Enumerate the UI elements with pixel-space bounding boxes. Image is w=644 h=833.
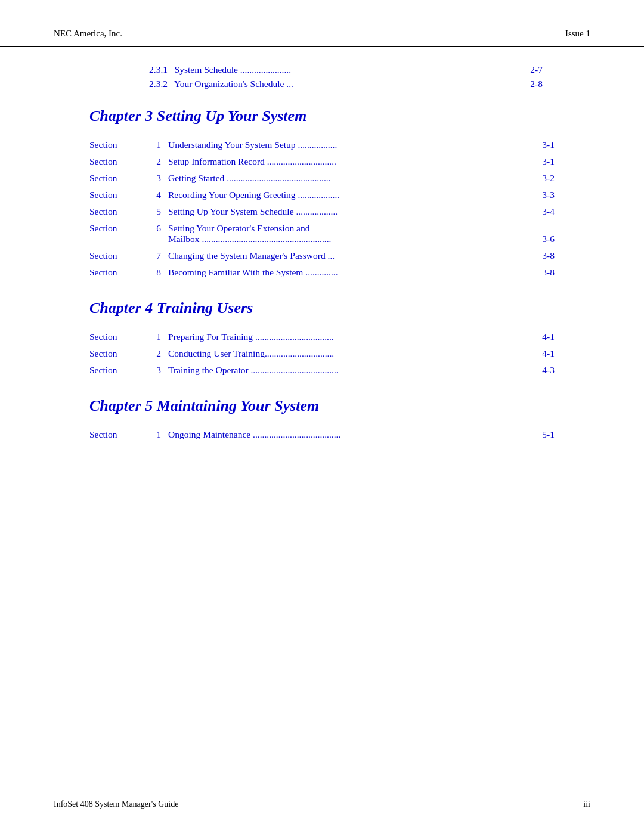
- chapter-3-section-6: Section 6 Setting Your Operator's Extens…: [54, 223, 590, 244]
- section-title-dots: Recording Your Opening Greeting ........…: [168, 190, 555, 200]
- section-label: Section: [89, 156, 143, 167]
- section-row-2: Mailbox ................................…: [168, 234, 555, 244]
- section-label: Section: [89, 348, 143, 359]
- section-page: 3-8: [542, 250, 555, 261]
- section-label: Section: [89, 332, 143, 342]
- section-title-dots: Getting Started ........................…: [168, 173, 555, 184]
- section-label: Section: [89, 173, 143, 184]
- section-num: 1: [143, 429, 161, 440]
- section-num: 3: [143, 173, 161, 184]
- section-title-text: Changing the System Manager's Password .…: [168, 250, 335, 261]
- section-multiline: Setting Your Operator's Extension and Ma…: [168, 223, 555, 244]
- section-label: Section: [89, 267, 143, 278]
- section-num: 5: [143, 206, 161, 217]
- chapter-3-section-1: Section 1 Understanding Your System Setu…: [54, 140, 590, 150]
- section-page: 3-1: [542, 156, 555, 167]
- chapter-5-section-1: Section 1 Ongoing Maintenance ..........…: [54, 429, 590, 440]
- section-num: 7: [143, 250, 161, 261]
- chapter-4-title-text: Chapter 4 Training Users: [89, 299, 253, 317]
- footer-doc-title: InfoSet 408 System Manager's Guide: [54, 800, 178, 809]
- section-page: 3-1: [542, 140, 555, 150]
- chapter-3-block: Chapter 3 Setting Up Your System Section…: [54, 107, 590, 278]
- section-label: Section: [89, 140, 143, 150]
- chapter-4-section-3: Section 3 Training the Operator ........…: [54, 365, 590, 376]
- section-label: Section: [89, 365, 143, 376]
- section-title-dots: Changing the System Manager's Password .…: [168, 250, 555, 261]
- section-page: 4-1: [542, 348, 555, 359]
- section-title-text: Becoming Familiar With the System ......…: [168, 267, 340, 278]
- main-content: 2.3.1 System Schedule ..................…: [0, 47, 644, 792]
- chapter-5-title: Chapter 5 Maintaining Your System: [54, 397, 590, 415]
- section-page: 3-4: [542, 206, 555, 217]
- section-page: 5-1: [542, 429, 555, 440]
- section-num: 6: [143, 223, 161, 244]
- chapter-5-block: Chapter 5 Maintaining Your System Sectio…: [54, 397, 590, 440]
- section-page: 4-1: [542, 332, 555, 342]
- section-title-text: Training the Operator ..................…: [168, 365, 339, 376]
- sub-entry-232: 2.3.2 Your Organization's Schedule ... 2…: [54, 79, 590, 89]
- section-num: 1: [143, 140, 161, 150]
- section-label: Section: [89, 250, 143, 261]
- section-row-1: Setting Your Operator's Extension and: [168, 223, 555, 234]
- header-company: NEC America, Inc.: [54, 29, 122, 39]
- section-num: 8: [143, 267, 161, 278]
- chapter-3-section-3: Section 3 Getting Started ..............…: [54, 173, 590, 184]
- sub-entry-231-label: 2.3.1 System Schedule ..................…: [149, 64, 293, 75]
- section-title-text: Setup Information Record ...............…: [168, 156, 336, 167]
- section-title-text: Understanding Your System Setup ........…: [168, 140, 337, 150]
- chapter-5-title-text: Chapter 5 Maintaining Your System: [89, 397, 319, 414]
- chapter-3-section-5: Section 5 Setting Up Your System Schedul…: [54, 206, 590, 217]
- section-title-text: Mailbox ................................…: [168, 234, 331, 244]
- section-num: 3: [143, 365, 161, 376]
- section-title-dots: Understanding Your System Setup ........…: [168, 140, 555, 150]
- section-title-text: Setting Up Your System Schedule ........…: [168, 206, 338, 217]
- chapter-3-section-4: Section 4 Recording Your Opening Greetin…: [54, 190, 590, 200]
- section-label: Section: [89, 223, 143, 244]
- header-issue: Issue 1: [565, 29, 590, 39]
- page-footer: InfoSet 408 System Manager's Guide iii: [0, 792, 644, 833]
- chapter-4-section-2: Section 2 Conducting User Training......…: [54, 348, 590, 359]
- chapter-3-section-2: Section 2 Setup Information Record .....…: [54, 156, 590, 167]
- chapter-3-title: Chapter 3 Setting Up Your System: [54, 107, 590, 125]
- sub-entry-231-page: 2-7: [530, 64, 543, 75]
- section-page: 3-3: [542, 190, 555, 200]
- section-label: Section: [89, 429, 143, 440]
- section-title-dots: Becoming Familiar With the System ......…: [168, 267, 555, 278]
- chapter-3-title-text: Chapter 3 Setting Up Your System: [89, 107, 306, 125]
- page-header: NEC America, Inc. Issue 1: [0, 0, 644, 47]
- section-num: 2: [143, 156, 161, 167]
- section-page: 3-8: [542, 267, 555, 278]
- section-title-dots: Setting Up Your System Schedule ........…: [168, 206, 555, 217]
- sub-entry-232-page: 2-8: [530, 79, 543, 89]
- section-title-dots: Ongoing Maintenance ....................…: [168, 429, 555, 440]
- section-num: 1: [143, 332, 161, 342]
- section-num: 2: [143, 348, 161, 359]
- sub-entry-232-label: 2.3.2 Your Organization's Schedule ...: [149, 79, 293, 89]
- section-page: 3-6: [542, 234, 555, 244]
- section-title-text: Preparing For Training .................…: [168, 332, 334, 342]
- chapter-3-section-7: Section 7 Changing the System Manager's …: [54, 250, 590, 261]
- page: NEC America, Inc. Issue 1 2.3.1 System S…: [0, 0, 644, 833]
- chapter-3-section-8: Section 8 Becoming Familiar With the Sys…: [54, 267, 590, 278]
- section-title-dots: Conducting User Training................…: [168, 348, 555, 359]
- section-title-text: Conducting User Training................…: [168, 348, 334, 359]
- section-page: 4-3: [542, 365, 555, 376]
- section-page: 3-2: [542, 173, 555, 184]
- section-title-text: Getting Started ........................…: [168, 173, 331, 184]
- footer-page-num: iii: [583, 800, 590, 809]
- sub-entries-block: 2.3.1 System Schedule ..................…: [54, 64, 590, 89]
- section-num: 4: [143, 190, 161, 200]
- section-title-dots: Preparing For Training .................…: [168, 332, 555, 342]
- section-title-dots: Setup Information Record ...............…: [168, 156, 555, 167]
- chapter-4-block: Chapter 4 Training Users Section 1 Prepa…: [54, 299, 590, 376]
- section-title-text: Recording Your Opening Greeting ........…: [168, 190, 339, 200]
- sub-entry-231: 2.3.1 System Schedule ..................…: [54, 64, 590, 75]
- section-title-text: Setting Your Operator's Extension and: [168, 223, 309, 234]
- section-label: Section: [89, 206, 143, 217]
- section-title-text: Ongoing Maintenance ....................…: [168, 429, 340, 440]
- section-label: Section: [89, 190, 143, 200]
- chapter-4-section-1: Section 1 Preparing For Training .......…: [54, 332, 590, 342]
- section-title-dots: Training the Operator ..................…: [168, 365, 555, 376]
- chapter-4-title: Chapter 4 Training Users: [54, 299, 590, 317]
